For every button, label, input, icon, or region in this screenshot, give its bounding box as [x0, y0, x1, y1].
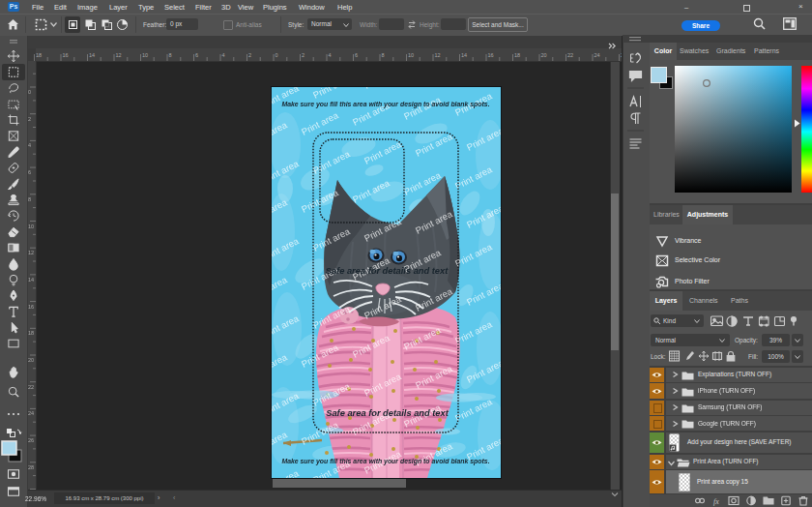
svg-text:20: 20 — [541, 52, 547, 58]
svg-text:18: 18 — [514, 52, 520, 58]
svg-text:8: 8 — [382, 52, 385, 58]
svg-text:26: 26 — [621, 52, 622, 58]
svg-text:0: 0 — [276, 52, 278, 58]
svg-text:10: 10 — [28, 224, 34, 229]
svg-text:8: 8 — [169, 52, 172, 58]
svg-text:24: 24 — [594, 52, 600, 58]
svg-text:4: 4 — [222, 52, 225, 58]
svg-text:10: 10 — [408, 52, 414, 58]
svg-text:14: 14 — [28, 277, 34, 283]
svg-text:6: 6 — [195, 52, 198, 58]
svg-text:Safe area for details and text: Safe area for details and text — [326, 266, 449, 276]
svg-text:fx: fx — [713, 497, 719, 506]
svg-text:10: 10 — [142, 52, 148, 58]
svg-text:4: 4 — [329, 52, 332, 58]
svg-text:0: 0 — [28, 89, 31, 95]
svg-text:20: 20 — [28, 357, 34, 363]
svg-text:6: 6 — [28, 169, 31, 175]
svg-text:26: 26 — [28, 437, 34, 443]
svg-text:Make sure you fill this area w: Make sure you fill this area with your d… — [281, 458, 489, 465]
svg-text:28: 28 — [28, 464, 34, 470]
svg-text:14: 14 — [89, 52, 95, 58]
svg-text:14: 14 — [461, 52, 467, 58]
svg-text:2: 2 — [302, 52, 304, 58]
svg-text:16: 16 — [63, 52, 69, 58]
svg-text:18: 18 — [36, 52, 42, 58]
svg-text:8: 8 — [28, 196, 31, 202]
svg-text:12: 12 — [116, 52, 122, 58]
svg-text:2: 2 — [248, 52, 251, 58]
svg-text:12: 12 — [435, 52, 441, 58]
svg-text:16: 16 — [488, 52, 494, 58]
svg-text:22: 22 — [567, 52, 573, 58]
svg-text:Make sure you fill this area w: Make sure you fill this area with your d… — [281, 101, 489, 108]
svg-text:12: 12 — [28, 250, 34, 255]
svg-text:22: 22 — [28, 384, 34, 390]
svg-text:16: 16 — [28, 304, 34, 310]
svg-text:6: 6 — [355, 52, 358, 58]
svg-text:2: 2 — [28, 116, 31, 122]
svg-text:24: 24 — [28, 410, 34, 416]
svg-text:Safe area for details and text: Safe area for details and text — [326, 408, 449, 418]
svg-text:18: 18 — [28, 330, 34, 336]
svg-text:4: 4 — [28, 142, 31, 148]
